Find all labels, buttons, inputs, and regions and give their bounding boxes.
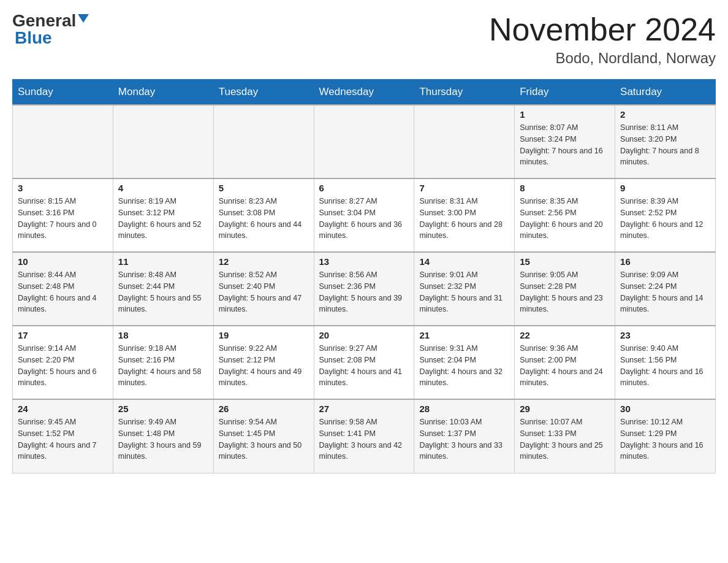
- logo-blue: Blue: [15, 28, 52, 47]
- calendar-cell: 22Sunrise: 9:36 AMSunset: 2:00 PMDayligh…: [515, 326, 615, 399]
- day-info: Sunrise: 8:07 AMSunset: 3:24 PMDaylight:…: [520, 122, 610, 168]
- calendar-title: November 2024: [489, 12, 716, 47]
- header-wednesday: Wednesday: [314, 80, 414, 105]
- calendar-cell: 6Sunrise: 8:27 AMSunset: 3:04 PMDaylight…: [314, 178, 414, 252]
- day-number: 8: [520, 183, 610, 193]
- day-info: Sunrise: 8:11 AMSunset: 3:20 PMDaylight:…: [620, 122, 710, 168]
- calendar-cell: 29Sunrise: 10:07 AMSunset: 1:33 PMDaylig…: [515, 399, 615, 473]
- day-number: 30: [620, 404, 710, 414]
- calendar-cell: 25Sunrise: 9:49 AMSunset: 1:48 PMDayligh…: [113, 399, 213, 473]
- day-info: Sunrise: 8:39 AMSunset: 2:52 PMDaylight:…: [620, 196, 710, 242]
- day-number: 12: [219, 256, 309, 267]
- day-number: 18: [118, 330, 208, 340]
- calendar-cell: 30Sunrise: 10:12 AMSunset: 1:29 PMDaylig…: [615, 399, 716, 473]
- header-monday: Monday: [113, 80, 213, 105]
- calendar-cell: [414, 105, 515, 178]
- day-number: 25: [118, 404, 208, 414]
- calendar-cell: [314, 105, 414, 178]
- day-info: Sunrise: 9:09 AMSunset: 2:24 PMDaylight:…: [620, 269, 710, 315]
- calendar-cell: 15Sunrise: 9:05 AMSunset: 2:28 PMDayligh…: [515, 252, 615, 326]
- header-thursday: Thursday: [414, 80, 515, 105]
- day-number: 20: [319, 330, 409, 340]
- day-info: Sunrise: 10:07 AMSunset: 1:33 PMDaylight…: [520, 416, 610, 462]
- day-number: 22: [520, 330, 610, 340]
- day-info: Sunrise: 9:01 AMSunset: 2:32 PMDaylight:…: [419, 269, 509, 315]
- day-number: 14: [419, 256, 509, 267]
- day-info: Sunrise: 9:54 AMSunset: 1:45 PMDaylight:…: [219, 416, 309, 462]
- calendar-cell: 21Sunrise: 9:31 AMSunset: 2:04 PMDayligh…: [414, 326, 515, 399]
- calendar-subtitle: Bodo, Nordland, Norway: [489, 50, 716, 67]
- calendar-cell: 10Sunrise: 8:44 AMSunset: 2:48 PMDayligh…: [13, 252, 113, 326]
- day-info: Sunrise: 8:56 AMSunset: 2:36 PMDaylight:…: [319, 269, 409, 315]
- logo-triangle-icon: [78, 14, 89, 28]
- day-info: Sunrise: 9:45 AMSunset: 1:52 PMDaylight:…: [18, 416, 108, 462]
- calendar-cell: 23Sunrise: 9:40 AMSunset: 1:56 PMDayligh…: [615, 326, 716, 399]
- day-number: 11: [118, 256, 208, 267]
- day-info: Sunrise: 9:58 AMSunset: 1:41 PMDaylight:…: [319, 416, 409, 462]
- day-number: 16: [620, 256, 710, 267]
- calendar-cell: 8Sunrise: 8:35 AMSunset: 2:56 PMDaylight…: [515, 178, 615, 252]
- day-info: Sunrise: 9:40 AMSunset: 1:56 PMDaylight:…: [620, 343, 710, 389]
- calendar-cell: 27Sunrise: 9:58 AMSunset: 1:41 PMDayligh…: [314, 399, 414, 473]
- week-row-5: 24Sunrise: 9:45 AMSunset: 1:52 PMDayligh…: [13, 399, 716, 473]
- day-number: 28: [419, 404, 509, 414]
- day-info: Sunrise: 10:03 AMSunset: 1:37 PMDaylight…: [419, 416, 509, 462]
- calendar-cell: 28Sunrise: 10:03 AMSunset: 1:37 PMDaylig…: [414, 399, 515, 473]
- day-info: Sunrise: 8:48 AMSunset: 2:44 PMDaylight:…: [118, 269, 208, 315]
- day-info: Sunrise: 8:52 AMSunset: 2:40 PMDaylight:…: [219, 269, 309, 315]
- calendar-cell: 7Sunrise: 8:31 AMSunset: 3:00 PMDaylight…: [414, 178, 515, 252]
- calendar-cell: 9Sunrise: 8:39 AMSunset: 2:52 PMDaylight…: [615, 178, 716, 252]
- header-friday: Friday: [515, 80, 615, 105]
- calendar-cell: 24Sunrise: 9:45 AMSunset: 1:52 PMDayligh…: [13, 399, 113, 473]
- calendar-cell: 17Sunrise: 9:14 AMSunset: 2:20 PMDayligh…: [13, 326, 113, 399]
- calendar-cell: 16Sunrise: 9:09 AMSunset: 2:24 PMDayligh…: [615, 252, 716, 326]
- page-header: General Blue November 2024 Bodo, Nordlan…: [12, 12, 716, 67]
- day-info: Sunrise: 9:18 AMSunset: 2:16 PMDaylight:…: [118, 343, 208, 389]
- calendar-cell: 19Sunrise: 9:22 AMSunset: 2:12 PMDayligh…: [213, 326, 314, 399]
- day-info: Sunrise: 9:22 AMSunset: 2:12 PMDaylight:…: [219, 343, 309, 389]
- calendar-cell: 2Sunrise: 8:11 AMSunset: 3:20 PMDaylight…: [615, 105, 716, 178]
- logo-general: General: [12, 12, 76, 29]
- day-info: Sunrise: 9:36 AMSunset: 2:00 PMDaylight:…: [520, 343, 610, 389]
- day-number: 9: [620, 183, 710, 193]
- day-number: 26: [219, 404, 309, 414]
- day-number: 10: [18, 256, 108, 267]
- day-info: Sunrise: 8:44 AMSunset: 2:48 PMDaylight:…: [18, 269, 108, 315]
- week-row-4: 17Sunrise: 9:14 AMSunset: 2:20 PMDayligh…: [13, 326, 716, 399]
- calendar-cell: [213, 105, 314, 178]
- day-number: 23: [620, 330, 710, 340]
- day-info: Sunrise: 9:49 AMSunset: 1:48 PMDaylight:…: [118, 416, 208, 462]
- day-info: Sunrise: 8:31 AMSunset: 3:00 PMDaylight:…: [419, 196, 509, 242]
- day-info: Sunrise: 9:14 AMSunset: 2:20 PMDaylight:…: [18, 343, 108, 389]
- day-info: Sunrise: 8:19 AMSunset: 3:12 PMDaylight:…: [118, 196, 208, 242]
- header-saturday: Saturday: [615, 80, 716, 105]
- calendar-cell: 26Sunrise: 9:54 AMSunset: 1:45 PMDayligh…: [213, 399, 314, 473]
- svg-marker-0: [78, 14, 89, 23]
- calendar-table: Sunday Monday Tuesday Wednesday Thursday…: [12, 79, 716, 473]
- calendar-cell: 14Sunrise: 9:01 AMSunset: 2:32 PMDayligh…: [414, 252, 515, 326]
- header-sunday: Sunday: [13, 80, 113, 105]
- day-info: Sunrise: 10:12 AMSunset: 1:29 PMDaylight…: [620, 416, 710, 462]
- calendar-cell: 4Sunrise: 8:19 AMSunset: 3:12 PMDaylight…: [113, 178, 213, 252]
- day-number: 27: [319, 404, 409, 414]
- calendar-cell: 13Sunrise: 8:56 AMSunset: 2:36 PMDayligh…: [314, 252, 414, 326]
- calendar-cell: 11Sunrise: 8:48 AMSunset: 2:44 PMDayligh…: [113, 252, 213, 326]
- day-number: 7: [419, 183, 509, 193]
- week-row-1: 1Sunrise: 8:07 AMSunset: 3:24 PMDaylight…: [13, 105, 716, 178]
- day-number: 3: [18, 183, 108, 193]
- calendar-cell: [13, 105, 113, 178]
- header-tuesday: Tuesday: [213, 80, 314, 105]
- logo: General Blue: [12, 12, 89, 47]
- day-number: 4: [118, 183, 208, 193]
- calendar-cell: [113, 105, 213, 178]
- day-number: 13: [319, 256, 409, 267]
- calendar-cell: 1Sunrise: 8:07 AMSunset: 3:24 PMDaylight…: [515, 105, 615, 178]
- day-number: 17: [18, 330, 108, 340]
- week-row-3: 10Sunrise: 8:44 AMSunset: 2:48 PMDayligh…: [13, 252, 716, 326]
- day-info: Sunrise: 9:27 AMSunset: 2:08 PMDaylight:…: [319, 343, 409, 389]
- day-number: 5: [219, 183, 309, 193]
- calendar-cell: 20Sunrise: 9:27 AMSunset: 2:08 PMDayligh…: [314, 326, 414, 399]
- day-number: 1: [520, 109, 610, 120]
- day-info: Sunrise: 9:05 AMSunset: 2:28 PMDaylight:…: [520, 269, 610, 315]
- day-number: 15: [520, 256, 610, 267]
